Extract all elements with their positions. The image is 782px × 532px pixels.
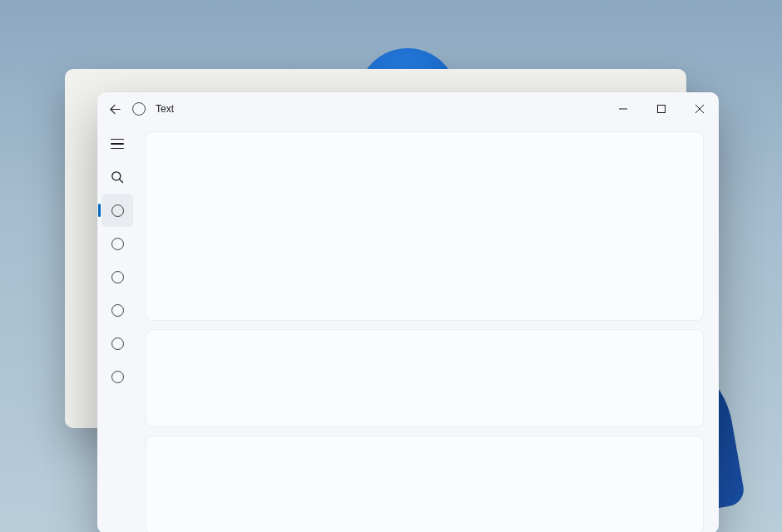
nav-item-6[interactable] <box>101 360 133 393</box>
search-icon <box>111 170 124 184</box>
circle-icon <box>111 337 124 350</box>
nav-item-5[interactable] <box>101 327 133 360</box>
app-icon <box>132 102 146 116</box>
circle-icon <box>111 271 124 283</box>
nav-item-1[interactable] <box>101 194 133 227</box>
hamburger-menu-button[interactable] <box>101 127 133 160</box>
circle-icon <box>111 204 124 217</box>
minimize-button[interactable] <box>604 92 642 126</box>
content-area <box>137 126 719 532</box>
circle-icon <box>111 238 124 250</box>
nav-item-2[interactable] <box>101 227 133 260</box>
content-card-1 <box>146 131 704 321</box>
navigation-sidebar <box>97 126 137 532</box>
nav-item-3[interactable] <box>101 260 133 293</box>
hamburger-icon <box>111 139 124 149</box>
window-title: Text <box>156 103 174 115</box>
nav-item-4[interactable] <box>101 293 133 327</box>
circle-icon <box>111 371 124 383</box>
maximize-button[interactable] <box>642 92 681 126</box>
app-window: Text <box>97 92 719 532</box>
close-button[interactable] <box>681 92 719 126</box>
content-card-2 <box>146 329 704 427</box>
circle-icon <box>111 304 124 317</box>
svg-rect-0 <box>658 106 666 113</box>
titlebar: Text <box>97 92 719 126</box>
content-card-3 <box>146 436 704 532</box>
back-button[interactable] <box>107 101 122 116</box>
search-button[interactable] <box>101 160 133 194</box>
